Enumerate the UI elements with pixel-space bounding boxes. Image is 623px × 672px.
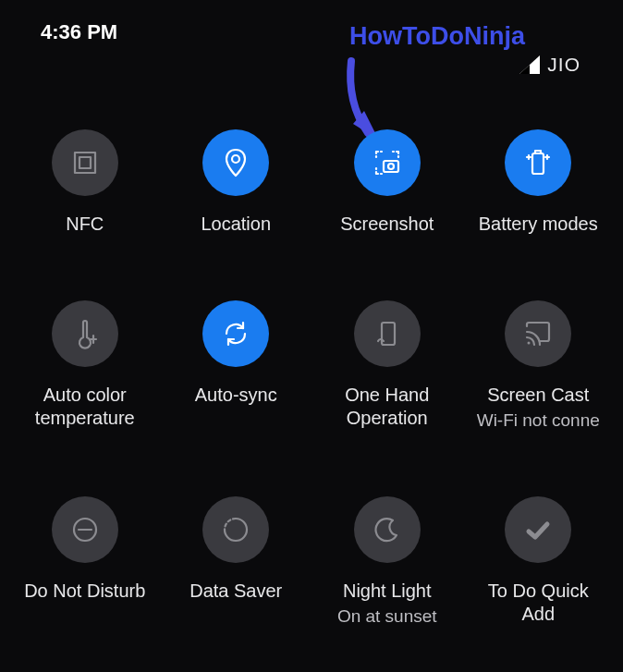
tile-one-hand-operation[interactable]: One Hand Operation xyxy=(312,300,463,432)
svg-point-7 xyxy=(388,164,394,169)
quick-settings-panel: 4:36 PM JIO HowToDoNinja NFC xyxy=(0,0,623,672)
nfc-icon xyxy=(52,129,118,196)
check-icon xyxy=(505,496,571,563)
tile-night-light[interactable]: Night Light On at sunset xyxy=(312,496,463,628)
tile-label: Night Light xyxy=(343,580,432,603)
screenshot-icon xyxy=(354,129,421,196)
tile-location[interactable]: Location xyxy=(161,129,312,236)
tile-label: Screen Cast xyxy=(487,384,589,407)
tile-label: Data Saver xyxy=(189,580,282,603)
location-icon xyxy=(202,129,269,196)
moon-icon xyxy=(354,496,421,563)
svg-point-11 xyxy=(528,342,531,345)
tile-label: Screenshot xyxy=(340,213,434,236)
svg-marker-1 xyxy=(519,65,530,74)
one-hand-icon xyxy=(354,300,421,367)
tile-data-saver[interactable]: Data Saver xyxy=(161,496,312,628)
svg-rect-9 xyxy=(535,151,541,153)
tile-todo-quick-add[interactable]: To Do Quick Add xyxy=(463,496,615,628)
tile-screen-cast[interactable]: Screen Cast Wi-Fi not conne xyxy=(463,300,615,432)
svg-rect-6 xyxy=(384,161,398,172)
signal-icon xyxy=(519,55,540,74)
tile-label: Auto color temperature xyxy=(35,384,135,430)
svg-point-5 xyxy=(232,155,239,163)
data-saver-icon xyxy=(202,496,269,563)
dnd-icon xyxy=(52,496,118,563)
carrier-label: JIO xyxy=(547,54,580,76)
svg-rect-8 xyxy=(532,153,544,174)
tile-nfc[interactable]: NFC xyxy=(9,129,161,236)
svg-rect-4 xyxy=(79,157,91,168)
tile-label: NFC xyxy=(66,213,104,236)
tile-sublabel: On at sunset xyxy=(337,606,437,628)
tile-battery-modes[interactable]: Battery modes xyxy=(463,129,615,236)
tile-label: Location xyxy=(201,213,271,236)
battery-icon xyxy=(505,129,571,196)
tile-label: Do Not Disturb xyxy=(24,580,145,603)
tiles-grid: NFC Location Screenshot xyxy=(0,111,623,628)
tile-screenshot[interactable]: Screenshot xyxy=(312,129,463,236)
tile-label: Auto-sync xyxy=(195,384,277,407)
tile-do-not-disturb[interactable]: Do Not Disturb xyxy=(9,496,161,628)
tile-label: Battery modes xyxy=(479,213,598,236)
network-status: JIO xyxy=(519,54,580,76)
sync-icon xyxy=(202,300,269,367)
tile-sublabel: Wi-Fi not conne xyxy=(477,410,600,432)
tile-label: One Hand Operation xyxy=(345,384,429,430)
clock: 4:36 PM xyxy=(41,20,117,44)
thermometer-icon xyxy=(52,300,118,367)
tile-auto-color-temperature[interactable]: Auto color temperature xyxy=(9,300,161,432)
cast-icon xyxy=(505,300,571,367)
annotation-text: HowToDoNinja xyxy=(349,22,525,51)
tile-auto-sync[interactable]: Auto-sync xyxy=(161,300,312,432)
svg-rect-3 xyxy=(75,153,95,173)
status-bar: 4:36 PM xyxy=(0,20,623,57)
tile-label: To Do Quick Add xyxy=(488,580,589,626)
